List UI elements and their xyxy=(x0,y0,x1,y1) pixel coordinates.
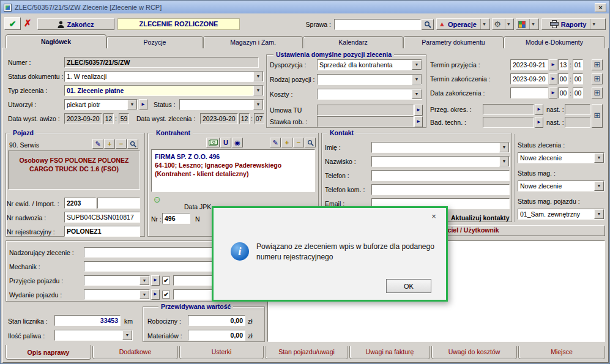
badanie-nast-field[interactable] xyxy=(565,117,590,128)
chevron-down-icon[interactable]: ▼ xyxy=(127,100,137,110)
kontrahent-search-button[interactable] xyxy=(305,138,316,147)
utworzyl-select[interactable]: piekart piotr ▼ xyxy=(64,99,138,110)
stawka-field[interactable] xyxy=(317,116,414,127)
termin-przyjecia-calendar-button[interactable]: ⊞ xyxy=(592,59,603,70)
przyjecie-arrow[interactable]: ► xyxy=(151,275,160,286)
status-dokumentu-select[interactable]: 1. W realizacji ▼ xyxy=(64,71,264,82)
termin-zakonczenia-date[interactable]: 2023-09-20 xyxy=(510,73,548,84)
termin-zakonczenia-calendar-button[interactable]: ⊞ xyxy=(592,73,603,84)
robocizny-field[interactable]: 0,00 xyxy=(188,315,245,326)
chevron-down-icon[interactable]: ▼ xyxy=(253,72,263,81)
zakoncz-button[interactable]: Zakończ xyxy=(37,18,114,30)
settings-button[interactable]: ⚙ ▼ xyxy=(492,18,514,30)
nr-rejestracyjny-field[interactable]: POLONEZ1 xyxy=(64,226,140,237)
przyjecie-checkbox[interactable]: ✔ xyxy=(162,277,170,284)
przeglad-nast-field[interactable] xyxy=(565,104,590,115)
chevron-down-icon[interactable]: ▼ xyxy=(594,153,604,163)
badanie-field[interactable] xyxy=(483,117,534,128)
ok-button[interactable]: OK xyxy=(386,279,431,293)
przeglad-calendar-button[interactable]: ⊞ xyxy=(592,104,603,128)
kontrahent-umowy-button[interactable]: U xyxy=(220,138,231,147)
wyst-hh-field[interactable]: 12 xyxy=(239,113,250,124)
awizo-hh-field[interactable]: 12 xyxy=(103,113,114,124)
wyst-mm-field[interactable]: 07 xyxy=(254,113,264,124)
chevron-down-icon[interactable]: ▼ xyxy=(499,157,509,166)
tab-pozycje[interactable]: Pozycje xyxy=(106,36,203,48)
cancel-icon[interactable]: ✗ xyxy=(24,18,32,29)
window-close-button[interactable]: × xyxy=(595,3,606,12)
badanie-arrow[interactable]: ► xyxy=(535,117,543,128)
kontrahent-payments-button[interactable] xyxy=(206,138,220,147)
tab-kalendarz[interactable]: Kalendarz xyxy=(303,36,403,48)
termin-zakonczenia-arrow[interactable]: ► xyxy=(549,73,557,84)
data-zakonczenia-hh[interactable]: 00 xyxy=(558,87,568,98)
przeglad-arrow[interactable]: ► xyxy=(535,104,543,115)
status-zlecenia-select[interactable]: Nowe zlecenie ▼ xyxy=(518,152,604,163)
awizo-date-field[interactable]: 2023-09-20 xyxy=(64,113,102,124)
pojazd-add-button[interactable]: + xyxy=(104,139,115,149)
view-dropdown-icon[interactable]: ▼ xyxy=(529,19,537,29)
przyjecie-select[interactable]: ▼ xyxy=(84,275,150,286)
termin-przyjecia-date[interactable]: 2023-09-21 xyxy=(510,59,548,70)
raporty-dropdown-icon[interactable]: ▼ xyxy=(590,19,597,29)
data-zakonczenia-date[interactable] xyxy=(510,87,548,98)
data-zakonczenia-arrow[interactable]: ► xyxy=(549,87,557,98)
data-zakonczenia-calendar-button[interactable]: ⊞ xyxy=(592,87,603,98)
operacje-dropdown-icon[interactable]: ▼ xyxy=(480,19,488,29)
kontrahent-nr-field[interactable]: 496 xyxy=(162,213,190,224)
nr-nadwozia-field[interactable]: SUPB04CBJSN010817 xyxy=(64,212,140,223)
tab-opis-naprawy[interactable]: Opis naprawy xyxy=(6,345,91,360)
stawka-detail-button[interactable]: ► xyxy=(414,116,423,127)
pojazd-remove-button[interactable]: − xyxy=(116,139,127,149)
wydanie-select[interactable]: ▼ xyxy=(84,289,150,300)
umowa-detail-button[interactable]: ► xyxy=(414,105,423,116)
tab-dodatkowe[interactable]: Dodatkowe xyxy=(92,346,178,359)
kontrahent-edit-button[interactable]: ✎ xyxy=(270,138,281,147)
chevron-down-icon[interactable]: ▼ xyxy=(412,75,422,84)
data-zakonczenia-mm[interactable]: 00 xyxy=(573,87,583,98)
chevron-down-icon[interactable]: ▼ xyxy=(139,290,149,299)
paliwo-select[interactable]: ▼ xyxy=(54,330,133,341)
telefon-kom-field[interactable] xyxy=(371,184,510,195)
tab-usterki[interactable]: Usterki xyxy=(179,346,264,359)
przeglad-field[interactable] xyxy=(483,104,534,115)
aktualizuj-kontakty-button[interactable]: Aktualizuj kontakty xyxy=(451,214,510,221)
status-select[interactable]: ▼ xyxy=(179,99,264,110)
tab-stan-pojazdu[interactable]: Stan pojazdu/uwagi xyxy=(265,346,348,359)
kontrahent-view-button[interactable]: ◉ xyxy=(232,138,243,147)
termin-przyjecia-arrow[interactable]: ► xyxy=(549,59,557,70)
tab-edokumenty[interactable]: Moduł e-Dokumenty xyxy=(504,36,605,48)
termin-zakonczenia-mm[interactable]: 00 xyxy=(573,73,583,84)
raporty-button[interactable]: Raporty ▼ xyxy=(541,18,606,30)
chevron-down-icon[interactable]: ▼ xyxy=(412,60,422,70)
telefon-field[interactable] xyxy=(371,170,510,181)
umowa-field[interactable] xyxy=(317,105,414,116)
operacje-button[interactable]: ▲ Operacje ▼ xyxy=(436,18,490,30)
koszty-select[interactable]: ▼ xyxy=(317,89,422,100)
sprawa-input[interactable] xyxy=(334,19,421,30)
chevron-down-icon[interactable]: ▼ xyxy=(122,330,132,340)
confirm-button[interactable]: ✔ xyxy=(4,17,21,30)
dyspozycja-select[interactable]: Sprzedaż dla kontrahenta ▼ xyxy=(317,59,422,70)
nr-import-field[interactable] xyxy=(97,198,140,209)
chevron-down-icon[interactable]: ▼ xyxy=(412,89,422,99)
chevron-down-icon[interactable]: ▼ xyxy=(594,209,604,219)
imie-select[interactable]: ▼ xyxy=(371,142,510,153)
nazwisko-select[interactable]: ▼ xyxy=(371,156,510,167)
pojazd-edit-button[interactable]: ✎ xyxy=(92,139,103,149)
status-mag-pojazdu-select[interactable]: 01_Sam. zewnętrzny ▼ xyxy=(518,209,604,220)
status-mag-select[interactable]: Nowe zlecenie ▼ xyxy=(518,180,604,191)
tab-parametry[interactable]: Parametry dokumentu xyxy=(403,36,504,48)
awizo-mm-field[interactable]: 59 xyxy=(119,113,129,124)
wyst-date-field[interactable]: 2023-09-20 xyxy=(200,113,238,124)
termin-przyjecia-hh[interactable]: 13 xyxy=(558,59,568,70)
kontrahent-add-button[interactable]: + xyxy=(281,138,292,147)
kontrahent-remove-button[interactable]: − xyxy=(293,138,304,147)
materialow-field[interactable]: 0,00 xyxy=(188,330,245,341)
tab-naglowek[interactable]: Nagłówek xyxy=(6,34,106,48)
chevron-down-icon[interactable]: ▼ xyxy=(594,181,604,191)
dialog-close-icon[interactable]: × xyxy=(429,212,439,221)
sprawa-search-button[interactable] xyxy=(422,19,434,30)
nr-ewid-field[interactable]: 2203 xyxy=(64,198,96,209)
settings-dropdown-icon[interactable]: ▼ xyxy=(505,19,512,29)
